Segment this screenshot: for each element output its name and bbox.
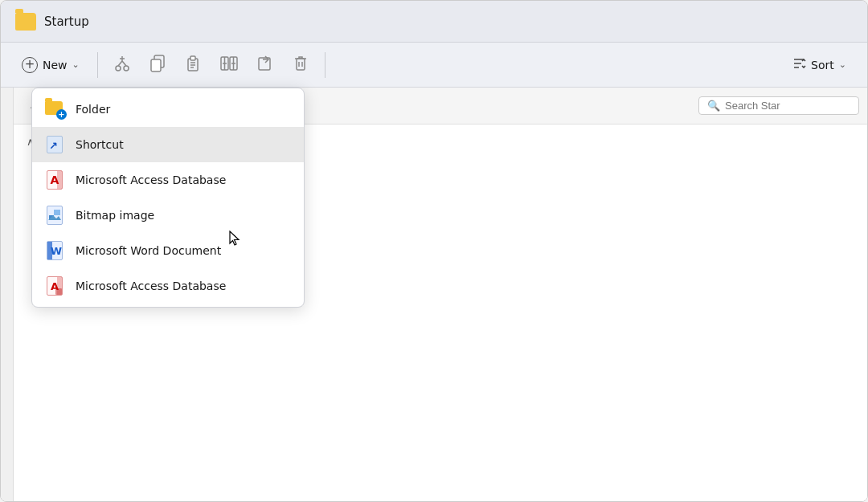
svg-line-2 xyxy=(118,61,122,66)
word-menu-icon: W xyxy=(45,241,64,260)
share-button[interactable] xyxy=(249,50,281,80)
menu-item-shortcut[interactable]: ↗ Shortcut xyxy=(32,127,304,162)
menu-item-bitmap[interactable]: Bitmap image xyxy=(32,198,304,233)
menu-item-folder[interactable]: + Folder xyxy=(32,92,304,127)
menu-shortcut-label: Shortcut xyxy=(76,138,124,151)
sort-button[interactable]: Sort ⌄ xyxy=(782,51,856,79)
copy-button[interactable] xyxy=(141,50,174,80)
new-button-label: New xyxy=(43,59,68,71)
cut-button[interactable] xyxy=(106,50,138,80)
search-bar: 🔍 xyxy=(698,96,859,115)
dropdown-menu: + Folder ↗ Shortcut A xyxy=(31,88,305,308)
search-icon: 🔍 xyxy=(707,100,720,112)
copy-icon xyxy=(149,55,166,76)
rename-icon xyxy=(220,55,238,76)
paste-button[interactable] xyxy=(177,50,209,80)
folder-menu-icon: + xyxy=(45,100,64,119)
new-chevron-icon: ⌄ xyxy=(72,59,80,70)
bitmap-menu-icon xyxy=(45,206,64,225)
menu-access2-label: Microsoft Access Database xyxy=(76,280,226,292)
title-bar: Startup xyxy=(1,1,867,43)
svg-point-0 xyxy=(116,66,121,71)
menu-access1-label: Microsoft Access Database xyxy=(76,173,226,186)
svg-rect-9 xyxy=(190,56,195,60)
svg-rect-7 xyxy=(151,59,161,71)
toolbar-divider-1 xyxy=(97,52,98,78)
menu-bitmap-label: Bitmap image xyxy=(76,209,154,222)
access2-menu-icon: A xyxy=(45,276,64,296)
folder-icon xyxy=(15,13,36,31)
new-button[interactable]: + New ⌄ xyxy=(12,52,89,78)
svg-rect-29 xyxy=(54,210,60,215)
delete-button[interactable] xyxy=(285,50,317,80)
menu-item-access1[interactable]: A Microsoft Access Database xyxy=(32,162,304,198)
cut-icon xyxy=(114,55,130,76)
delete-icon xyxy=(293,55,309,76)
toolbar-divider-2 xyxy=(325,52,326,78)
paste-icon xyxy=(185,55,201,76)
menu-item-word[interactable]: W Microsoft Word Document xyxy=(32,233,304,268)
left-sidebar xyxy=(1,88,14,502)
menu-folder-label: Folder xyxy=(76,103,110,116)
sort-icon xyxy=(792,56,806,74)
sort-button-label: Sort xyxy=(811,59,834,71)
share-icon xyxy=(257,55,273,76)
shortcut-menu-icon: ↗ xyxy=(45,135,64,154)
rename-button[interactable] xyxy=(212,50,246,80)
main-content: ⌄ ↻ 🔍 ∧ neMixer.exe xyxy=(14,88,867,502)
access1-menu-icon: A xyxy=(45,170,64,190)
svg-line-3 xyxy=(122,61,126,66)
svg-rect-21 xyxy=(297,59,305,70)
content-area: ⌄ ↻ 🔍 ∧ neMixer.exe xyxy=(1,88,867,502)
window-title: Startup xyxy=(44,14,89,29)
toolbar: + New ⌄ xyxy=(1,43,867,88)
new-plus-icon: + xyxy=(22,57,38,73)
svg-point-1 xyxy=(124,66,129,71)
sort-chevron-icon: ⌄ xyxy=(839,59,846,70)
menu-item-access2[interactable]: A Microsoft Access Database xyxy=(32,268,304,304)
search-input[interactable] xyxy=(725,100,850,112)
menu-word-label: Microsoft Word Document xyxy=(76,244,221,257)
